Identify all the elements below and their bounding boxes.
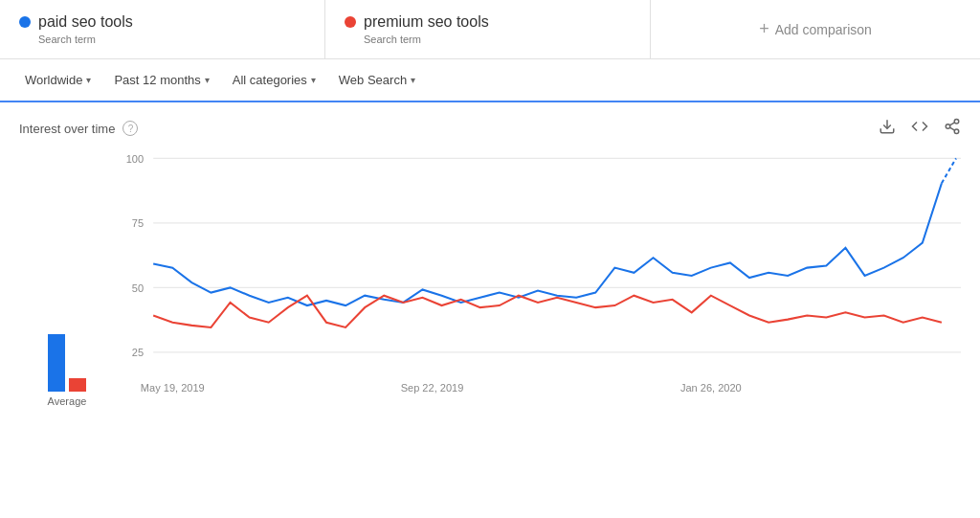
- term2-dot: [345, 16, 356, 28]
- period-chevron: ▾: [205, 75, 210, 85]
- share-button[interactable]: [944, 118, 961, 139]
- svg-text:100: 100: [126, 152, 144, 164]
- chart-title: Interest over time: [19, 122, 115, 136]
- chart-section: Interest over time ?: [0, 102, 980, 451]
- term1-subtitle: Search term: [38, 34, 305, 45]
- search-terms-bar: paid seo tools Search term premium seo t…: [0, 0, 980, 59]
- search-type-filter[interactable]: Web Search ▾: [329, 69, 425, 91]
- svg-text:50: 50: [132, 282, 144, 293]
- filter-bar: Worldwide ▾ Past 12 months ▾ All categor…: [0, 59, 980, 102]
- chart-average: Average: [19, 148, 115, 436]
- svg-text:75: 75: [132, 217, 144, 229]
- search-type-chevron: ▾: [411, 75, 415, 85]
- avg-bars: [48, 334, 86, 392]
- worldwide-label: Worldwide: [25, 73, 82, 87]
- chart-title-group: Interest over time ?: [19, 121, 138, 136]
- svg-text:25: 25: [132, 347, 144, 358]
- chart-actions: [879, 118, 961, 139]
- term2-title: premium seo tools: [345, 13, 631, 31]
- svg-line-5: [949, 123, 954, 125]
- download-button[interactable]: [879, 118, 896, 139]
- blue-line-dotted: [942, 158, 956, 183]
- svg-point-2: [946, 124, 950, 129]
- plus-icon: +: [759, 19, 769, 39]
- worldwide-filter[interactable]: Worldwide ▾: [15, 69, 100, 91]
- add-comparison-button[interactable]: + Add comparison: [651, 0, 980, 58]
- chart-header: Interest over time ?: [19, 118, 961, 139]
- chart-container: Average 100 75 50 25: [19, 148, 961, 436]
- term2-card: premium seo tools Search term: [325, 0, 651, 58]
- term2-subtitle: Search term: [364, 34, 631, 45]
- avg-label: Average: [48, 395, 87, 407]
- help-icon[interactable]: ?: [122, 121, 138, 136]
- term1-dot: [19, 16, 31, 28]
- term1-title: paid seo tools: [19, 13, 305, 31]
- chart-svg: 100 75 50 25 May 19, 2019 Sep 22, 2019 J…: [115, 148, 961, 407]
- categories-label: All categories: [233, 73, 307, 87]
- term1-card: paid seo tools Search term: [0, 0, 325, 58]
- term1-label: paid seo tools: [38, 13, 133, 31]
- categories-chevron: ▾: [311, 75, 316, 85]
- svg-text:May 19, 2019: May 19, 2019: [141, 382, 205, 394]
- red-line: [153, 296, 942, 327]
- svg-line-4: [949, 127, 954, 130]
- avg-bar-red: [69, 378, 86, 392]
- term2-label: premium seo tools: [364, 13, 489, 31]
- period-filter[interactable]: Past 12 months ▾: [104, 69, 218, 91]
- svg-point-3: [954, 129, 959, 134]
- search-type-label: Web Search: [339, 73, 407, 87]
- period-label: Past 12 months: [114, 73, 200, 87]
- worldwide-chevron: ▾: [86, 75, 91, 85]
- categories-filter[interactable]: All categories ▾: [223, 69, 325, 91]
- embed-button[interactable]: [911, 118, 928, 139]
- svg-text:Jan 26, 2020: Jan 26, 2020: [680, 382, 742, 394]
- avg-bar-blue: [48, 334, 65, 392]
- svg-text:Sep 22, 2019: Sep 22, 2019: [401, 382, 464, 394]
- add-comparison-label: Add comparison: [775, 22, 872, 37]
- svg-point-1: [954, 120, 959, 124]
- chart-main: 100 75 50 25 May 19, 2019 Sep 22, 2019 J…: [115, 148, 961, 436]
